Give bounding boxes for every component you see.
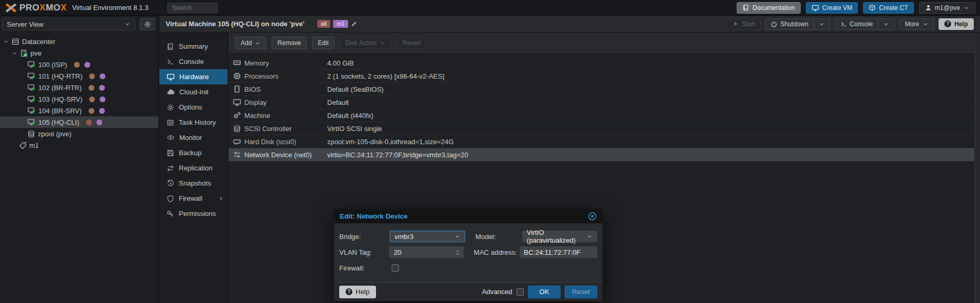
tree-item-vm-104[interactable]: 104 (BR-SRV) [0,105,158,116]
firewall-label: Firewall: [339,264,392,272]
vm-running-icon [27,60,36,69]
key-icon [167,210,174,218]
shutdown-button[interactable]: Shutdown [765,18,830,30]
vlan-tag-spinner[interactable]: 20 [389,246,464,258]
console-menu-caret[interactable] [883,21,889,27]
shutdown-menu-caret[interactable] [819,21,825,27]
menu-item-options[interactable]: Options [159,100,228,115]
start-button[interactable]: Start [727,18,761,30]
tree-item-node-pve[interactable]: pve [0,47,158,59]
vlan-tag-label: VLAN Tag: [339,248,389,256]
chevron-down-icon [922,21,929,27]
cloud-icon [167,88,175,96]
vm-running-icon [27,95,36,103]
table-row-machine[interactable]: Machine Default (i440fx) [229,109,974,122]
tree-item-vm-101[interactable]: 101 (HQ-RTR) [0,70,158,82]
dialog-title: Edit: Network Device [340,212,407,220]
tag-dot [99,108,105,114]
chevron-down-icon [380,40,385,46]
view-selector[interactable]: Server View [2,18,135,30]
table-row-memory[interactable]: Memory 4.00 GiB [229,57,974,70]
documentation-button[interactable]: Documentation [737,2,801,14]
dialog-close-button[interactable] [588,212,597,221]
terminal-icon [841,21,847,27]
table-row-display[interactable]: Display Default [229,96,974,109]
menu-item-summary[interactable]: Summary [159,39,228,54]
tag-dot [84,62,90,68]
storage-icon [27,130,35,138]
vm-running-icon [27,83,36,92]
cogs-icon [233,111,241,120]
top-bar: PROXMOX Virtual Environment 8.1.3 Docume… [0,0,980,16]
table-row-processors[interactable]: Processors 2 (1 sockets, 2 cores) [x86-6… [229,70,974,83]
tree-item-storage-zpool[interactable]: zpool (pve) [0,128,158,139]
brand-wordmark: PROXMOX [19,3,67,13]
firewall-checkbox[interactable] [392,264,399,272]
spinner-arrows-icon[interactable] [454,248,461,256]
table-row-scsi-controller[interactable]: SCSI Controller VirtIO SCSI single [229,122,974,135]
close-circle-icon [588,212,597,221]
table-row-bios[interactable]: BIOS Default (SeaBIOS) [229,83,974,96]
replication-arrows-icon [167,165,174,172]
hardware-toolbar: Add Remove Edit Disk Action Revert [229,33,980,54]
table-row-network-device[interactable]: Network Device (net0) virtio=BC:24:11:72… [229,148,974,161]
reset-button[interactable]: Reset [565,286,597,298]
tree-item-datacenter[interactable]: Datacenter [0,36,158,47]
database-icon [233,125,241,133]
console-button[interactable]: Console [835,18,895,30]
edit-button[interactable]: Edit [312,37,335,49]
tag-alt: alt [317,20,331,28]
disk-action-button[interactable]: Disk Action [340,37,391,49]
question-icon: ? [944,20,951,27]
bridge-combobox[interactable]: vmbr3 [390,231,465,242]
search-input[interactable] [167,3,218,13]
vertical-scrollbar[interactable] [975,33,980,303]
expander-icon[interactable] [3,39,9,45]
tree-item-vm-105[interactable]: 105 (HQ-CLI) [0,116,158,128]
monitor-icon [233,98,241,106]
menu-item-replication[interactable]: Replication [159,160,228,176]
model-combobox[interactable]: VirtIO (paravirtualized) [522,231,597,242]
cube-icon [869,4,876,11]
edit-tags-pencil-icon[interactable] [351,20,358,27]
table-row-hard-disk[interactable]: Hard Disk (scsi0) zpool:vm-105-disk-0,io… [229,135,974,148]
menu-item-snapshots[interactable]: Snapshots [159,176,228,191]
page-title: Virtual Machine 105 (HQ-CLI) on node 'pv… [166,20,305,28]
user-menu-button[interactable]: m1@pve [919,2,975,14]
menu-item-monitor[interactable]: Monitor [159,130,228,145]
microchip-icon [233,85,241,93]
tree-item-vm-103[interactable]: 103 (HQ-SRV) [0,93,158,105]
eye-icon [167,134,175,142]
menu-item-console[interactable]: Console [159,54,228,69]
revert-button[interactable]: Revert [396,37,426,49]
ok-button[interactable]: OK [528,286,561,298]
expander-icon[interactable] [12,50,17,56]
add-button[interactable]: Add [235,37,266,49]
menu-item-task-history[interactable]: Task History [159,115,228,130]
create-vm-button[interactable]: Create VM [806,2,858,14]
chevron-down-icon [454,233,460,240]
mac-address-field[interactable] [520,246,597,258]
tree-item-pool-m1[interactable]: m1 [0,139,158,151]
dialog-help-button[interactable]: ? Help [339,286,376,298]
mac-address-label: MAC address: [474,248,520,256]
help-button[interactable]: ? Help [939,18,974,30]
menu-item-permissions[interactable]: Permissions [159,206,228,221]
advanced-checkbox[interactable] [516,288,524,296]
more-button[interactable]: More [899,18,934,30]
cpu-icon [233,72,241,80]
vm-running-icon [27,106,36,115]
tree-item-vm-100[interactable]: 100 (ISP) [0,59,158,70]
tag-dot [100,73,105,79]
remove-button[interactable]: Remove [272,37,307,49]
create-ct-button[interactable]: Create CT [863,2,913,14]
menu-item-backup[interactable]: Backup [159,145,228,160]
terminal-icon [167,58,174,66]
tag-dot [74,62,80,68]
tree-settings-button[interactable] [139,18,155,30]
menu-item-hardware[interactable]: Hardware [159,69,228,84]
dialog-header[interactable]: Edit: Network Device [334,209,602,223]
menu-item-cloud-init[interactable]: Cloud-Init [159,84,228,100]
menu-item-firewall[interactable]: Firewall [159,191,228,206]
tree-item-vm-102[interactable]: 102 (BR-RTR) [0,82,158,93]
